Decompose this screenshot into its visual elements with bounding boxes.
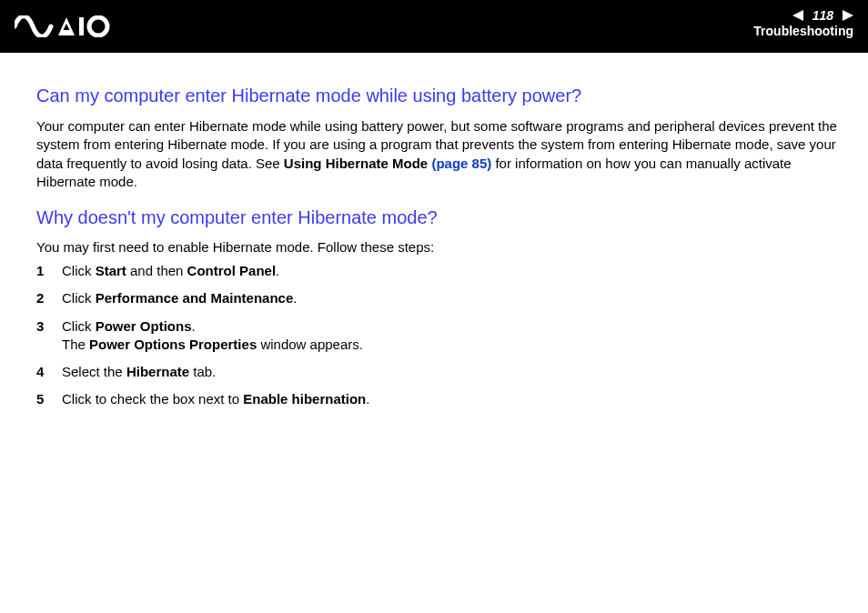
step-item: Click Performance and Maintenance. bbox=[36, 289, 837, 307]
next-page-arrow-icon[interactable] bbox=[837, 10, 853, 21]
step-bold: Hibernate bbox=[126, 364, 189, 379]
step-text: tab. bbox=[189, 364, 216, 379]
step-item: Select the Hibernate tab. bbox=[36, 363, 837, 381]
page-content: Can my computer enter Hibernate mode whi… bbox=[0, 53, 868, 409]
step-item: Click to check the box next to Enable hi… bbox=[36, 390, 837, 408]
step-text: and then bbox=[126, 263, 187, 278]
step-text: . bbox=[276, 263, 279, 278]
step-text: Click bbox=[62, 263, 96, 278]
header-right: 118 Troubleshooting bbox=[753, 9, 853, 38]
answer-paragraph-1: Your computer can enter Hibernate mode w… bbox=[36, 117, 837, 191]
page-link-85[interactable]: (page 85) bbox=[431, 156, 491, 171]
svg-point-1 bbox=[89, 17, 107, 35]
step-bold: Control Panel bbox=[187, 263, 277, 278]
step-item: Click Power Options. The Power Options P… bbox=[36, 317, 837, 355]
step-text: Click to check the box next to bbox=[62, 391, 243, 407]
step-bold: Power Options bbox=[96, 318, 192, 334]
step-bold: Power Options Properties bbox=[89, 337, 257, 352]
step-text: window appears. bbox=[257, 337, 363, 352]
step-bold: Start bbox=[96, 263, 126, 278]
step-text: . bbox=[293, 290, 297, 306]
header-bar: 118 Troubleshooting bbox=[0, 0, 868, 53]
steps-list: Click Start and then Control Panel. Clic… bbox=[36, 262, 837, 409]
step-bold: Enable hibernation bbox=[243, 391, 366, 407]
step-text: Click bbox=[62, 318, 96, 334]
vaio-logo bbox=[15, 15, 115, 37]
prev-page-arrow-icon[interactable] bbox=[792, 10, 809, 21]
step-text: Click bbox=[62, 290, 96, 306]
question-heading-1: Can my computer enter Hibernate mode whi… bbox=[36, 85, 837, 106]
header-section-title: Troubleshooting bbox=[753, 24, 853, 38]
step-text: . bbox=[366, 391, 369, 407]
step-text: . bbox=[192, 318, 196, 334]
page-number: 118 bbox=[809, 9, 837, 22]
page-nav: 118 bbox=[753, 9, 853, 22]
step-bold: Performance and Maintenance bbox=[96, 290, 294, 306]
step-item: Click Start and then Control Panel. bbox=[36, 262, 837, 280]
step-text: Select the bbox=[62, 364, 126, 379]
answer-1-bold: Using Hibernate Mode bbox=[284, 156, 432, 171]
svg-rect-0 bbox=[79, 17, 84, 35]
step-text: The bbox=[62, 337, 89, 352]
svg-marker-3 bbox=[843, 10, 853, 21]
question-heading-2: Why doesn't my computer enter Hibernate … bbox=[36, 207, 837, 228]
svg-marker-2 bbox=[792, 10, 803, 21]
answer-2-intro: You may first need to enable Hibernate m… bbox=[36, 239, 837, 255]
